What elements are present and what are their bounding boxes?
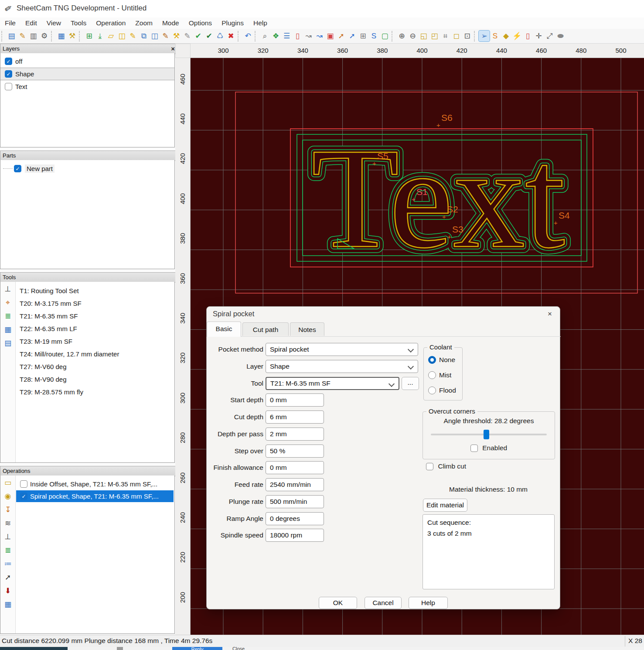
mill-op-icon[interactable]: ⊥ [3, 531, 14, 542]
copy-part-icon[interactable]: ⧉ [138, 31, 149, 41]
menu-view[interactable]: View [42, 17, 66, 29]
tool-more-button[interactable]: ... [402, 377, 419, 390]
menu-operation[interactable]: Operation [91, 17, 130, 29]
zoom-selection-icon[interactable]: ⌗ [440, 31, 451, 41]
coolant-option-mist[interactable]: Mist [428, 371, 451, 379]
radio-none[interactable] [428, 356, 436, 364]
erase-icon[interactable]: ⬬ [555, 31, 566, 41]
dialog-close-icon[interactable]: × [548, 310, 552, 318]
edit-path-icon[interactable]: ↝ [303, 31, 314, 41]
operation-row-2[interactable]: ✓Spiral pocket, Shape, T21: M-6.35 mm SF… [16, 490, 174, 502]
field-ramp-angle[interactable]: 0 degrees [266, 512, 324, 525]
tool-item-6[interactable]: T24: Mill/router, 12.7 mm diameter [16, 348, 174, 360]
edit-drawing-icon[interactable]: ✎ [17, 31, 28, 41]
zoom-fit-icon[interactable]: ◻ [451, 31, 462, 41]
layer-row-off[interactable]: ✓off [0, 55, 174, 67]
zoom-in-icon[interactable]: ⊕ [396, 31, 407, 41]
open-parts-icon[interactable]: ▱ [106, 31, 116, 41]
move-op-icon[interactable]: ➚ [3, 572, 14, 583]
gcode-tool-icon[interactable]: ≣ [3, 311, 14, 322]
overcut-enabled-checkbox[interactable]: ✓ [470, 445, 478, 452]
contour-outside-icon[interactable]: ▢ [379, 31, 390, 41]
layer-checkbox-text[interactable]: ✓ [5, 83, 12, 90]
tool-speeds-icon[interactable]: ⌖ [3, 297, 14, 308]
operation-checkbox-2[interactable]: ✓ [20, 493, 27, 500]
field-step-over[interactable]: 50 % [266, 445, 324, 458]
climb-cut-checkbox[interactable]: ✓ [426, 463, 433, 470]
tool-item-1[interactable]: T1: Routing Tool Set [16, 284, 174, 297]
add-part-icon[interactable]: ⊞ [84, 31, 95, 41]
outside-offset-op-icon[interactable]: ▭ [3, 477, 14, 488]
select-cursor-icon[interactable]: ➢ [479, 31, 490, 41]
job-options-icon[interactable]: ☰ [281, 31, 292, 41]
field-layer[interactable]: Shape [266, 360, 418, 373]
contour-inside-icon[interactable]: ▣ [325, 31, 336, 41]
zoom-machine-icon[interactable]: ⊡ [462, 31, 473, 41]
menu-mode[interactable]: Mode [157, 17, 184, 29]
tool-highlight-icon[interactable]: ⚒ [67, 31, 78, 41]
tool-item-2[interactable]: T20: M-3.175 mm SF [16, 297, 174, 310]
menu-file[interactable]: File [0, 17, 20, 29]
tool-item-9[interactable]: T29: M-28.575 mm fly [16, 386, 174, 398]
print-icon[interactable]: ▥ [28, 31, 39, 41]
angle-threshold-slider-handle[interactable] [484, 430, 489, 439]
menu-edit[interactable]: Edit [20, 17, 42, 29]
cut-order-icon[interactable]: ⬇ [3, 585, 14, 596]
undo-icon[interactable]: ↶ [242, 31, 253, 41]
calculator-icon[interactable]: ▦ [56, 31, 67, 41]
set-start-point-icon[interactable]: ➚ [347, 31, 358, 41]
contour-offset-icon[interactable]: ▯ [292, 31, 303, 41]
operation-checkbox-1[interactable]: ✓ [20, 480, 27, 488]
menu-options[interactable]: Options [184, 17, 217, 29]
new-job-icon[interactable]: ▤ [6, 31, 17, 41]
layer-checkbox-shape[interactable]: ✓ [5, 70, 12, 78]
help-button[interactable]: Help [409, 597, 448, 609]
radio-mist[interactable] [428, 371, 436, 379]
edit-material-button[interactable]: Edit material [423, 499, 467, 512]
field-start-depth[interactable]: 0 mm [266, 393, 324, 407]
close-drawing-icon[interactable]: ✖ [225, 31, 236, 41]
part-checkbox[interactable]: ✓ [14, 165, 21, 172]
move-start-point-icon[interactable]: ➚ [336, 31, 347, 41]
coolant-option-flood[interactable]: Flood [428, 386, 456, 394]
layer-row-shape[interactable]: ✓Shape [0, 68, 174, 80]
layers-icon[interactable]: ❖ [270, 31, 281, 41]
save-parts-icon[interactable]: ◫ [116, 31, 127, 41]
select-contour-icon[interactable]: ▯ [522, 31, 533, 41]
machine-bounds-icon[interactable]: ⊞ [358, 31, 368, 41]
field-tool[interactable]: T21: M-6.35 mm SF [266, 377, 399, 390]
tool-notes-icon[interactable]: ▤ [3, 338, 14, 349]
edit-curve-icon[interactable]: ↝ [314, 31, 325, 41]
open-tools-icon[interactable]: ⚒ [171, 31, 182, 41]
coolant-option-none[interactable]: None [428, 356, 455, 364]
field-plunge-rate[interactable]: 500 mm/min [266, 495, 324, 508]
select-shapes-icon[interactable]: S [490, 31, 501, 41]
tool-item-7[interactable]: T27: M-V60 deg [16, 360, 174, 373]
tab-notes[interactable]: Notes [290, 322, 324, 336]
tool-item-8[interactable]: T28: M-V90 deg [16, 373, 174, 386]
post-process-icon[interactable]: ⚙ [39, 31, 50, 41]
layer-checkbox-off[interactable]: ✓ [5, 58, 12, 65]
save-part-icon[interactable]: ◫ [149, 31, 160, 41]
new-mill-tool-icon[interactable]: ⊥ [3, 284, 14, 294]
menu-plugins[interactable]: Plugins [217, 17, 249, 29]
drill-op-icon[interactable]: ↧ [3, 504, 14, 515]
field-pocket-method[interactable]: Spiral pocket [266, 343, 418, 356]
import-part-icon[interactable]: ⤓ [95, 31, 106, 41]
tab-basic[interactable]: Basic [207, 322, 241, 337]
field-feed-rate[interactable]: 2540 mm/min [266, 478, 324, 491]
zoom-out-icon[interactable]: ⊖ [407, 31, 418, 41]
tool-item-5[interactable]: T23: M-19 mm SF [16, 335, 174, 348]
menu-zoom[interactable]: Zoom [130, 17, 157, 29]
edit-parts-icon[interactable]: ✎ [127, 31, 138, 41]
measure-icon[interactable]: ⤢ [544, 31, 555, 41]
refresh-table-icon[interactable]: ♺ [215, 31, 225, 41]
gcode-op-icon[interactable]: ≣ [3, 545, 14, 556]
field-cut-depth[interactable]: 6 mm [266, 411, 324, 424]
menu-tools[interactable]: Tools [66, 17, 91, 29]
menu-help[interactable]: Help [249, 17, 272, 29]
select-tool-path-icon[interactable]: ◆ [501, 31, 511, 41]
peck-drill-op-icon[interactable]: ≋ [3, 518, 14, 529]
cancel-button[interactable]: Cancel [365, 597, 402, 609]
zoom-parts-icon[interactable]: ◰ [429, 31, 440, 41]
